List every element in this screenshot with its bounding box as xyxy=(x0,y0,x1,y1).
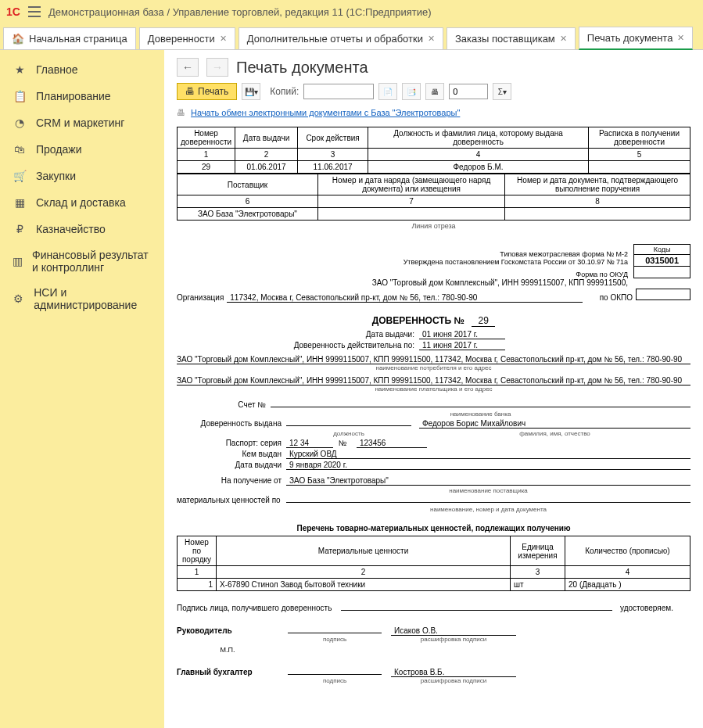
td: 1 xyxy=(178,149,235,161)
sidebar-item-nsi[interactable]: ⚙НСИ и администрирование xyxy=(0,280,164,317)
date-issue-val: 01 июня 2017 г. xyxy=(419,330,505,339)
titlebar: 1C Демонстрационная база / Управление то… xyxy=(0,0,703,23)
calendar-icon: 📋 xyxy=(13,89,27,103)
valid-until-lab: Доверенность действительна по: xyxy=(177,341,419,350)
td: 1 xyxy=(178,566,217,579)
valid-until-val: 11 июня 2017 г. xyxy=(419,341,505,350)
print-label: Печать xyxy=(198,86,228,97)
td: 6 xyxy=(178,195,318,208)
edo-link[interactable]: Начать обмен электронными документами с … xyxy=(191,108,460,117)
close-icon[interactable]: ✕ xyxy=(428,34,435,44)
sidebar-item-label: Склад и доставка xyxy=(36,196,126,209)
td xyxy=(318,208,505,221)
acc-lab: Главный бухгалтер xyxy=(177,668,278,676)
copies-label: Копий: xyxy=(270,86,299,97)
tab-label: Дополнительные отчеты и обработки xyxy=(247,33,423,45)
recv-sig-blank xyxy=(341,610,612,611)
date-issue-lab: Дата выдачи: xyxy=(177,330,419,339)
td: 1 xyxy=(178,579,217,591)
td: 3 xyxy=(298,149,368,161)
passport-date-lab: Дата выдачи xyxy=(177,461,286,469)
close-icon[interactable]: ✕ xyxy=(560,34,567,44)
print-button[interactable]: 🖶Печать xyxy=(177,83,237,100)
tab-label: Заказы поставщикам xyxy=(455,33,555,45)
consumer-note: наименование потребителя и его адрес xyxy=(177,364,690,371)
td: X-67890 Стинол Завод бытовой техники xyxy=(217,579,511,591)
tab-print[interactable]: Печать документа ✕ xyxy=(579,27,694,50)
sum-input[interactable] xyxy=(449,84,488,99)
th: Должность и фамилия лица, которому выдан… xyxy=(368,127,589,149)
pie-icon: ◔ xyxy=(13,116,27,130)
materials-table: Номер по порядку Материальные ценности Е… xyxy=(177,536,690,591)
sidebar-item-planning[interactable]: 📋Планирование xyxy=(0,83,164,109)
values-note: наименование, номер и дата документа xyxy=(286,506,690,513)
values-val xyxy=(286,502,690,503)
forward-button[interactable]: → xyxy=(206,58,228,77)
sidebar-item-sales[interactable]: 🛍Продажи xyxy=(0,136,164,163)
head-sig xyxy=(288,633,382,633)
td: 3 xyxy=(511,566,565,579)
tab-orders[interactable]: Заказы поставщикам ✕ xyxy=(447,27,576,49)
td: 01.06.2017 xyxy=(235,161,298,174)
edo-link-row: 🖶 Начать обмен электронными документами … xyxy=(164,106,703,122)
sidebar-item-warehouse[interactable]: ▦Склад и доставка xyxy=(0,189,164,216)
td: 11.06.2017 xyxy=(298,161,368,174)
sidebar-item-purchases[interactable]: 🛒Закупки xyxy=(0,163,164,189)
th: Единица измерения xyxy=(511,536,565,566)
account-note: наименование банка xyxy=(271,411,690,418)
header-table-2: Поставщик Номер и дата наряда (замещающе… xyxy=(177,174,690,221)
tab-reports[interactable]: Дополнительные отчеты и обработки ✕ xyxy=(239,27,443,49)
doc-title: ДОВЕРЕННОСТЬ № 29 xyxy=(177,315,690,327)
back-button[interactable]: ← xyxy=(177,58,199,77)
tabsbar: 🏠 Начальная страница Доверенности ✕ Допо… xyxy=(0,23,703,50)
td: ЗАО База "Электротовары" xyxy=(178,208,318,221)
page-title: Печать документа xyxy=(236,59,368,77)
document: Номер доверенности Дата выдачи Срок дейс… xyxy=(177,127,690,684)
sidebar-item-label: Закупки xyxy=(36,170,76,182)
toolbar-btn-a[interactable]: 📄 xyxy=(378,83,397,100)
payer-note: наименование плательщика и его адрес xyxy=(177,386,690,393)
sidebar-item-finresult[interactable]: ▥Финансовый результат и контроллинг xyxy=(0,242,164,280)
sidebar-item-treasury[interactable]: ₽Казначейство xyxy=(0,216,164,242)
close-icon[interactable]: ✕ xyxy=(677,33,684,43)
org-val: 117342, Москва г, Севастопольский пр-кт,… xyxy=(227,293,583,303)
th: Номер и дата наряда (замещающего наряд д… xyxy=(318,174,505,195)
sidebar-item-main[interactable]: ★Главное xyxy=(0,56,164,83)
boxes-icon: ▦ xyxy=(13,195,27,210)
doc-number: 29 xyxy=(472,315,495,327)
bag-icon: 🛍 xyxy=(13,142,27,156)
mail-icon: 🖶 xyxy=(177,108,185,117)
head-lab: Руководитель xyxy=(177,626,278,635)
okud-val: 0315001 xyxy=(634,255,690,267)
codes-box: Коды 0315001 xyxy=(633,244,690,278)
okpo-box xyxy=(636,289,690,300)
home-tab-label: Начальная страница xyxy=(29,33,127,45)
toolbar: 🖶Печать 💾▾ Копий: 📄 📑 🖶 Σ▾ xyxy=(164,77,703,106)
home-tab[interactable]: 🏠 Начальная страница xyxy=(3,27,136,49)
sidebar-item-crm[interactable]: ◔CRM и маркетинг xyxy=(0,109,164,136)
tab-doverennosti[interactable]: Доверенности ✕ xyxy=(139,27,235,49)
th: Количество (прописью) xyxy=(565,536,690,566)
close-icon[interactable]: ✕ xyxy=(220,34,227,44)
td: 4 xyxy=(368,149,589,161)
header-table-1: Номер доверенности Дата выдачи Срок дейс… xyxy=(177,127,690,174)
head-name: Исаков О.В. xyxy=(391,626,516,636)
cart-icon: 🛒 xyxy=(13,169,27,183)
sidebar-item-label: Казначейство xyxy=(36,223,106,235)
bars-icon: ▥ xyxy=(13,254,23,268)
sigma-button[interactable]: Σ▾ xyxy=(493,83,511,100)
passport-num: 123456 xyxy=(357,439,427,448)
recv-val: ЗАО База "Электротовары" xyxy=(286,476,690,486)
issued-lab: Доверенность выдана xyxy=(177,419,286,428)
copies-input[interactable] xyxy=(303,84,374,99)
menu-icon[interactable] xyxy=(28,6,41,17)
acc-name: Кострова В.Б. xyxy=(391,668,516,677)
list-title: Перечень товарно-материальных ценностей,… xyxy=(177,524,690,533)
toolbar-btn-c[interactable]: 🖶 xyxy=(425,83,444,100)
form-topright1: Типовая межотраслевая форма № М-2 xyxy=(177,250,628,258)
save-button[interactable]: 💾▾ xyxy=(242,83,260,100)
sidebar-item-label: НСИ и администрирование xyxy=(34,286,152,311)
sidebar: ★Главное 📋Планирование ◔CRM и маркетинг … xyxy=(0,50,164,728)
toolbar-btn-b[interactable]: 📑 xyxy=(402,83,421,100)
app-title: Демонстрационная база / Управление торго… xyxy=(48,6,432,18)
